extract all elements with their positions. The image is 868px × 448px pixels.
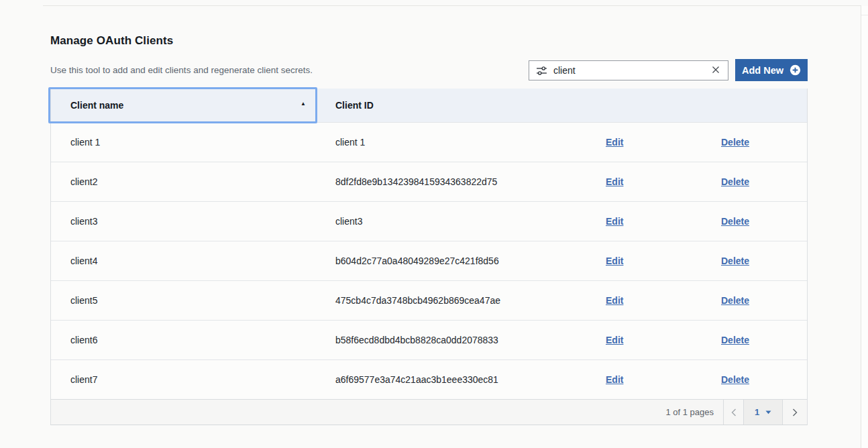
pagination-summary: 1 of 1 pages: [665, 407, 714, 417]
edit-link[interactable]: Edit: [606, 176, 623, 187]
top-divider: [43, 5, 861, 6]
column-header-client-id: Client ID: [335, 100, 606, 111]
cell-client-id: client3: [335, 216, 606, 227]
delete-link[interactable]: Delete: [721, 256, 749, 266]
cell-client-id: 8df2fd8e9b1342398415934363822d75: [335, 176, 606, 187]
sort-ascending-icon: ▲: [301, 101, 306, 107]
cell-client-id: 475cb4c7da3748bcb4962b869cea47ae: [335, 295, 606, 306]
chevron-right-icon: [792, 408, 798, 417]
previous-page-button[interactable]: [724, 400, 743, 425]
delete-link[interactable]: Delete: [721, 335, 749, 345]
cell-client-name: client4: [51, 256, 335, 266]
delete-link[interactable]: Delete: [721, 216, 749, 227]
current-page-number: 1: [755, 407, 759, 417]
table-row: client2 8df2fd8e9b1342398415934363822d75…: [51, 162, 807, 201]
cell-client-name: client7: [51, 374, 335, 385]
cell-client-name: client2: [51, 176, 335, 187]
add-plus-circle-icon: [790, 64, 801, 76]
scrollbar-notch: [861, 15, 868, 15]
page-subtitle: Use this tool to add and edit clients an…: [50, 65, 313, 75]
cell-client-name: client6: [51, 335, 335, 345]
delete-link[interactable]: Delete: [721, 295, 749, 306]
caret-down-icon: [765, 410, 771, 414]
table-row: client7 a6f69577e3a74c21aac3b1eee330ec81…: [51, 359, 807, 399]
add-new-label: Add New: [742, 65, 783, 76]
cell-client-name: client5: [51, 295, 335, 306]
table-row: client5 475cb4c7da3748bcb4962b869cea47ae…: [51, 280, 807, 320]
cell-client-name: client 1: [51, 137, 335, 148]
delete-link[interactable]: Delete: [721, 137, 749, 148]
scrollbar-gutter: [861, 6, 868, 448]
pagination-bar: 1 of 1 pages 1: [51, 399, 807, 425]
search-input[interactable]: [553, 65, 710, 76]
client-search-box: [529, 60, 728, 80]
table-row: client4 b604d2c77a0a48049289e27c421f8d56…: [51, 241, 807, 280]
table-body: client 1 client 1 Edit Delete client2 8d…: [51, 122, 807, 399]
table-row: client 1 client 1 Edit Delete: [51, 122, 807, 162]
right-divider: [861, 5, 861, 448]
column-header-client-name[interactable]: Client name ▲: [51, 89, 335, 122]
cell-client-id: a6f69577e3a74c21aac3b1eee330ec81: [335, 374, 606, 385]
edit-link[interactable]: Edit: [606, 256, 623, 266]
oauth-clients-table: Client name ▲ Client ID client 1 client …: [50, 89, 808, 425]
page-title: Manage OAuth Clients: [50, 34, 173, 48]
cell-client-id: b58f6ecd8dbd4bcb8828ca0dd2078833: [335, 335, 606, 345]
manage-oauth-clients-page: Manage OAuth Clients Use this tool to ad…: [0, 0, 868, 448]
cell-client-id: b604d2c77a0a48049289e27c421f8d56: [335, 256, 606, 266]
edit-link[interactable]: Edit: [606, 216, 623, 227]
edit-link[interactable]: Edit: [606, 295, 623, 306]
edit-link[interactable]: Edit: [606, 335, 623, 345]
chevron-left-icon: [730, 408, 737, 417]
next-page-button[interactable]: [783, 400, 807, 425]
table-row: client3 client3 Edit Delete: [51, 201, 807, 241]
client-id-header-label: Client ID: [335, 100, 374, 111]
table-row: client6 b58f6ecd8dbd4bcb8828ca0dd2078833…: [51, 320, 807, 359]
settings-adjust-filter-icon: [536, 65, 547, 76]
edit-link[interactable]: Edit: [606, 374, 623, 385]
table-header-row: Client name ▲ Client ID: [51, 89, 807, 122]
add-new-button[interactable]: Add New: [735, 59, 808, 81]
cell-client-id: client 1: [335, 137, 606, 148]
client-name-header-label: Client name: [70, 100, 123, 111]
delete-link[interactable]: Delete: [721, 176, 749, 187]
clear-search-button[interactable]: [710, 64, 721, 77]
page-number-select[interactable]: 1: [744, 400, 782, 425]
cell-client-name: client3: [51, 216, 335, 227]
close-x-icon: [712, 66, 720, 76]
edit-link[interactable]: Edit: [606, 137, 623, 148]
delete-link[interactable]: Delete: [721, 374, 749, 385]
